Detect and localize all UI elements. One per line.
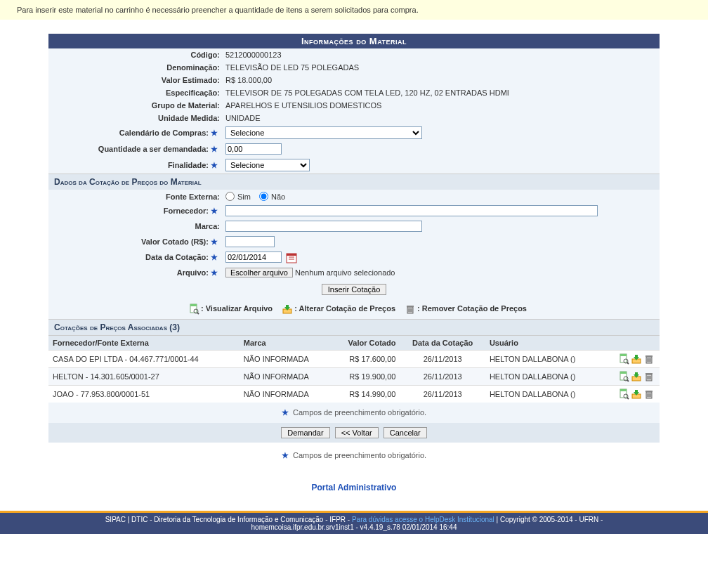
finalidade-select[interactable]: Selecione — [225, 159, 310, 171]
required-icon: ★ — [211, 237, 218, 246]
trash-icon[interactable] — [643, 353, 655, 365]
svg-rect-48 — [645, 391, 653, 392]
required-icon: ★ — [211, 253, 218, 261]
svg-line-43 — [627, 398, 629, 399]
required-icon: ★ — [211, 145, 218, 153]
cotacoes-table: Fornecedor/Fonte Externa Marca Valor Cot… — [48, 335, 660, 403]
svg-rect-17 — [620, 354, 627, 356]
calendar-icon[interactable] — [286, 252, 297, 263]
data-cotacao-label: Data da Cotação: — [145, 253, 209, 261]
edit-icon[interactable] — [631, 388, 642, 400]
fornecedor-input[interactable] — [225, 205, 598, 216]
voltar-button[interactable]: << Voltar — [335, 427, 379, 438]
fonte-sim-label: Sim — [237, 192, 251, 201]
cell-valor: R$ 19.900,00 — [331, 368, 400, 386]
grupo-value: APARELHOS E UTENSILIOS DOMESTICOS — [224, 101, 660, 110]
valor-cotado-input[interactable] — [225, 236, 275, 247]
svg-line-7 — [197, 313, 199, 314]
data-cotacao-input[interactable] — [225, 251, 282, 263]
cell-fornecedor: HELTON - 14.301.605/0001-27 — [48, 368, 240, 386]
info-banner: Para inserir este material no carrinho é… — [0, 0, 708, 20]
footer: SIPAC | DTIC - Diretoria da Tecnologia d… — [0, 511, 708, 534]
marca-label: Marca: — [48, 222, 224, 230]
helpdesk-link[interactable]: Para dúvidas acesse o HelpDesk Instituci… — [352, 516, 494, 523]
svg-line-19 — [627, 362, 629, 364]
codigo-value: 5212000000123 — [224, 51, 660, 59]
edit-icon — [282, 303, 293, 315]
th-data: Data da Cotação — [400, 336, 485, 351]
required-icon: ★ — [211, 207, 218, 215]
svg-rect-1 — [287, 254, 296, 256]
finalidade-label: Finalidade: — [168, 161, 209, 169]
table-row: CASA DO EPI LTDA - 04.467.771/0001-44NÃO… — [48, 351, 660, 368]
inserir-cotacao-button[interactable]: Inserir Cotação — [322, 284, 387, 295]
trash-icon — [405, 303, 416, 315]
cotacoes-table-title: Cotações de Preços Associadas (3) — [48, 319, 660, 335]
calendario-select[interactable]: Selecione — [225, 126, 422, 139]
cell-data: 26/11/2013 — [400, 386, 485, 403]
svg-rect-12 — [407, 306, 414, 307]
cell-fornecedor: JOAO - 77.953.800/0001-51 — [48, 386, 240, 403]
th-usuario: Usuário — [485, 336, 602, 351]
cell-usuario: HELTON DALLABONA () — [485, 351, 602, 368]
table-row: JOAO - 77.953.800/0001-51NÃO INFORMADAR$… — [48, 386, 660, 403]
denominacao-label: Denominação: — [48, 63, 224, 72]
required-icon: ★ — [211, 268, 218, 277]
edit-icon[interactable] — [631, 353, 642, 365]
cell-marca: NÃO INFORMADA — [240, 368, 331, 386]
cell-fornecedor: CASA DO EPI LTDA - 04.467.771/0001-44 — [48, 351, 240, 368]
cell-usuario: HELTON DALLABONA () — [485, 386, 602, 403]
view-file-icon[interactable] — [618, 353, 629, 365]
edit-icon[interactable] — [631, 371, 642, 382]
marca-input[interactable] — [225, 221, 422, 232]
codigo-label: Código: — [48, 51, 224, 59]
cell-valor: R$ 17.600,00 — [331, 351, 400, 368]
svg-rect-36 — [645, 373, 653, 374]
th-fornecedor: Fornecedor/Fonte Externa — [48, 336, 240, 351]
view-file-icon[interactable] — [618, 388, 629, 400]
campos-obrigatorios-note: ★ Campos de preenchimento obrigatório. — [48, 403, 660, 423]
legend-row: : Visualizar Arquivo : Alterar Cotação d… — [48, 299, 660, 319]
unidade-value: UNIDADE — [224, 114, 660, 122]
view-file-icon[interactable] — [618, 371, 629, 382]
unidade-label: Unidade Medida: — [48, 114, 224, 122]
grupo-label: Grupo de Material: — [48, 101, 224, 110]
th-valor: Valor Cotado — [331, 336, 400, 351]
cotacao-section-title: Dados da Cotação de Preços do Material — [48, 174, 660, 190]
cell-marca: NÃO INFORMADA — [240, 351, 331, 368]
cell-marca: NÃO INFORMADA — [240, 386, 331, 403]
table-row: HELTON - 14.301.605/0001-27NÃO INFORMADA… — [48, 368, 660, 386]
portal-administrativo-link[interactable]: Portal Administrativo — [312, 483, 397, 492]
especificacao-value: TELEVISOR DE 75 POLEGADAS COM TELA LED, … — [224, 89, 660, 97]
escolher-arquivo-button[interactable]: Escolher arquivo — [225, 268, 293, 277]
svg-rect-41 — [620, 389, 627, 391]
th-marca: Marca — [240, 336, 331, 351]
th-actions — [602, 336, 660, 351]
svg-rect-24 — [645, 355, 653, 357]
cell-usuario: HELTON DALLABONA () — [485, 368, 602, 386]
valor-estimado-label: Valor Estimado: — [48, 76, 224, 84]
cell-data: 26/11/2013 — [400, 351, 485, 368]
denominacao-value: TELEVISÃO DE LED 75 POLEGADAS — [224, 63, 660, 72]
arquivo-label: Arquivo: — [177, 268, 209, 277]
valor-estimado-value: R$ 18.000,00 — [224, 76, 660, 84]
fonte-sim-radio[interactable] — [225, 192, 235, 201]
cancelar-button[interactable]: Cancelar — [383, 427, 427, 438]
svg-rect-5 — [190, 304, 197, 306]
fonte-externa-label: Fonte Externa: — [48, 192, 224, 201]
trash-icon[interactable] — [643, 371, 655, 382]
quantidade-label: Quantidade a ser demandada: — [98, 145, 209, 153]
demandar-button[interactable]: Demandar — [281, 427, 329, 438]
cell-data: 26/11/2013 — [400, 368, 485, 386]
trash-icon[interactable] — [643, 388, 655, 400]
nenhum-arquivo-text: Nenhum arquivo selecionado — [295, 268, 395, 277]
fornecedor-label: Fornecedor: — [164, 207, 209, 215]
fonte-nao-label: Não — [271, 192, 285, 201]
calendario-label: Calendário de Compras: — [119, 129, 209, 137]
especificacao-label: Especificação: — [48, 89, 224, 97]
campos-obrigatorios-note-outer: ★ Campos de preenchimento obrigatório. — [0, 443, 708, 469]
fonte-nao-radio[interactable] — [259, 192, 268, 201]
quantidade-input[interactable] — [225, 143, 282, 155]
svg-line-31 — [627, 380, 629, 381]
panel-title: Informações do Material — [48, 34, 660, 48]
